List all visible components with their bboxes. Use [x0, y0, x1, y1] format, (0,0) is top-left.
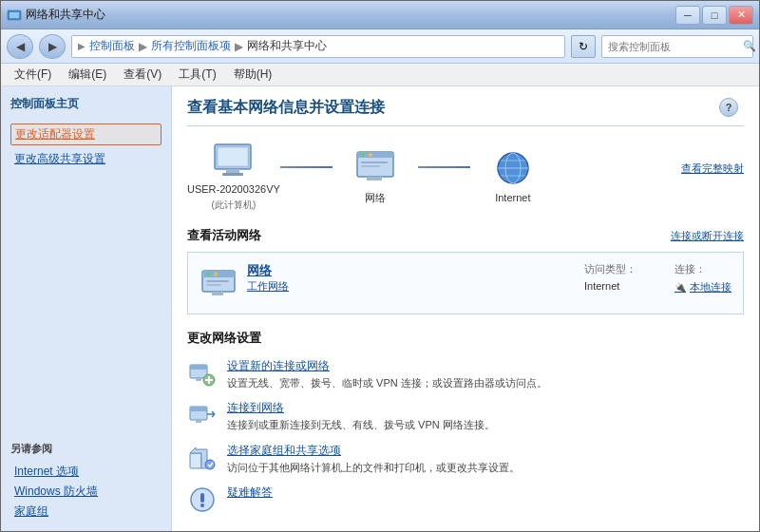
- settings-item-troubleshoot: 疑难解答: [187, 484, 744, 515]
- menu-edit[interactable]: 编辑(E): [61, 65, 114, 85]
- maximize-button[interactable]: □: [702, 6, 727, 25]
- connection-icon: 🔌: [674, 282, 686, 293]
- content-area: ? 查看基本网络信息并设置连接: [172, 86, 759, 531]
- address-bar: ◀ ▶ ▶ 控制面板 ▶ 所有控制面板项 ▶ 网络和共享中心 ↻ 🔍: [1, 29, 759, 64]
- svg-rect-27: [196, 378, 201, 381]
- access-type-label: 访问类型：: [584, 262, 636, 276]
- connect-disconnect-link[interactable]: 连接或断开连接: [671, 229, 744, 243]
- access-type-value: Internet: [584, 280, 636, 292]
- window-icon: [7, 8, 22, 23]
- sidebar-also-see: 另请参阅 Internet 选项 Windows 防火墙 家庭组: [10, 442, 162, 522]
- svg-rect-3: [218, 147, 248, 166]
- main-window: 网络和共享中心 ─ □ ✕ ◀ ▶ ▶ 控制面板 ▶ 所有控制面板项 ▶ 网络和…: [0, 0, 760, 532]
- settings-item-new-connection: 设置新的连接或网络 设置无线、宽带、拨号、临时或 VPN 连接；或设置路由器或访…: [187, 358, 744, 390]
- breadcrumb-root-icon: ▶: [78, 41, 86, 51]
- title-bar: 网络和共享中心 ─ □ ✕: [1, 1, 759, 29]
- breadcrumb-sep-1: ▶: [139, 40, 147, 53]
- network-label: 网络: [365, 191, 386, 205]
- sidebar: 控制面板主页 更改适配器设置 更改高级共享设置 另请参阅 Internet 选项…: [1, 86, 172, 531]
- menu-tools[interactable]: 工具(T): [171, 65, 223, 85]
- search-input[interactable]: [608, 41, 739, 52]
- connector-2: [418, 166, 470, 168]
- network-name[interactable]: 网络: [247, 262, 575, 279]
- svg-rect-24: [206, 284, 221, 286]
- breadcrumb: ▶ 控制面板 ▶ 所有控制面板项 ▶ 网络和共享中心: [71, 35, 565, 58]
- active-network-title: 查看活动网络: [187, 227, 261, 244]
- svg-rect-4: [226, 169, 239, 173]
- svg-rect-34: [190, 453, 201, 468]
- menu-bar: 文件(F) 编辑(E) 查看(V) 工具(T) 帮助(H): [1, 64, 759, 86]
- sidebar-link-adapter[interactable]: 更改适配器设置: [10, 124, 162, 145]
- settings-list: 设置新的连接或网络 设置无线、宽带、拨号、临时或 VPN 连接；或设置路由器或访…: [187, 358, 744, 515]
- network-type[interactable]: 工作网络: [247, 279, 575, 294]
- new-connection-content: 设置新的连接或网络 设置无线、宽带、拨号、临时或 VPN 连接；或设置路由器或访…: [227, 358, 744, 390]
- settings-item-connect: 连接到网络 连接到或重新连接到无线、有线、拨号或 VPN 网络连接。: [187, 400, 744, 432]
- new-connection-link[interactable]: 设置新的连接或网络: [227, 358, 744, 374]
- computer-icon: [210, 142, 257, 180]
- network-diagram: USER-20200326VY (此计算机): [187, 142, 744, 212]
- svg-rect-23: [206, 280, 229, 282]
- connection-item: 连接： 🔌 本地连接: [674, 262, 732, 294]
- refresh-button[interactable]: ↻: [571, 35, 596, 58]
- sidebar-link-internet[interactable]: Internet 选项: [10, 462, 162, 482]
- settings-item-homegroup: 选择家庭组和共享选项 访问位于其他网络计算机上的文件和打印机，或更改共享设置。: [187, 443, 744, 475]
- content-title: 查看基本网络信息并设置连接: [187, 98, 744, 126]
- search-icon: 🔍: [743, 40, 756, 52]
- connect-network-icon: [187, 400, 218, 430]
- svg-point-38: [200, 504, 204, 507]
- breadcrumb-item-1[interactable]: 控制面板: [89, 38, 135, 54]
- forward-button[interactable]: ▶: [39, 34, 66, 59]
- svg-rect-11: [361, 162, 388, 163]
- menu-help[interactable]: 帮助(H): [226, 65, 280, 85]
- network-access-info: 访问类型： Internet 连接： 🔌 本地连接: [584, 262, 732, 294]
- svg-rect-20: [212, 292, 223, 295]
- svg-point-21: [206, 273, 210, 276]
- breadcrumb-current: 网络和共享中心: [247, 38, 327, 54]
- view-full-map-container: 查看完整映射: [556, 162, 744, 176]
- svg-point-35: [205, 460, 215, 469]
- sidebar-link-firewall[interactable]: Windows 防火墙: [10, 482, 162, 502]
- svg-rect-37: [200, 493, 204, 503]
- connection-link[interactable]: 🔌 本地连接: [674, 280, 732, 294]
- close-button[interactable]: ✕: [729, 6, 753, 25]
- svg-rect-1: [10, 12, 19, 18]
- svg-rect-5: [222, 173, 243, 176]
- troubleshoot-content: 疑难解答: [227, 484, 744, 503]
- svg-point-22: [214, 273, 218, 276]
- internet-label: Internet: [495, 192, 530, 203]
- computer-sublabel: (此计算机): [212, 199, 256, 212]
- back-button[interactable]: ◀: [7, 34, 33, 59]
- network-icon: [352, 149, 399, 187]
- homegroup-content: 选择家庭组和共享选项 访问位于其他网络计算机上的文件和打印机，或更改共享设置。: [227, 443, 744, 475]
- sidebar-link-sharing[interactable]: 更改高级共享设置: [10, 149, 162, 169]
- breadcrumb-sep-2: ▶: [235, 40, 243, 53]
- menu-file[interactable]: 文件(F): [7, 65, 59, 85]
- menu-view[interactable]: 查看(V): [116, 65, 169, 85]
- also-see-title: 另请参阅: [10, 442, 162, 456]
- homegroup-link[interactable]: 选择家庭组和共享选项: [227, 443, 744, 459]
- homegroup-desc: 访问位于其他网络计算机上的文件和打印机，或更改共享设置。: [227, 462, 520, 473]
- computer-label: USER-20200326VY: [187, 183, 280, 195]
- troubleshoot-link[interactable]: 疑难解答: [227, 484, 744, 501]
- active-network-icon: [200, 266, 238, 304]
- homegroup-icon: [187, 443, 218, 473]
- connect-network-content: 连接到网络 连接到或重新连接到无线、有线、拨号或 VPN 网络连接。: [227, 400, 744, 432]
- help-button[interactable]: ?: [719, 98, 738, 117]
- svg-rect-32: [190, 407, 207, 411]
- sidebar-bottom: 另请参阅 Internet 选项 Windows 防火墙 家庭组: [10, 427, 162, 522]
- connect-network-link[interactable]: 连接到网络: [227, 400, 744, 416]
- title-bar-left: 网络和共享中心: [7, 7, 105, 23]
- view-full-map-link[interactable]: 查看完整映射: [681, 162, 744, 176]
- connection-value: 本地连接: [690, 280, 732, 294]
- minimize-button[interactable]: ─: [675, 6, 700, 25]
- breadcrumb-item-2[interactable]: 所有控制面板项: [151, 38, 231, 54]
- internet-icon: [489, 150, 537, 188]
- active-network-box: 网络 工作网络 访问类型： Internet 连接： 🔌 本地连接: [187, 252, 744, 314]
- main-layout: 控制面板主页 更改适配器设置 更改高级共享设置 另请参阅 Internet 选项…: [1, 86, 759, 531]
- active-network-header: 查看活动网络 连接或断开连接: [187, 227, 744, 244]
- search-box: 🔍: [601, 35, 753, 58]
- content-wrapper: ? 查看基本网络信息并设置连接: [187, 98, 744, 515]
- new-connection-icon: [187, 358, 218, 389]
- sidebar-link-homegroup[interactable]: 家庭组: [10, 502, 162, 522]
- svg-rect-33: [196, 420, 201, 423]
